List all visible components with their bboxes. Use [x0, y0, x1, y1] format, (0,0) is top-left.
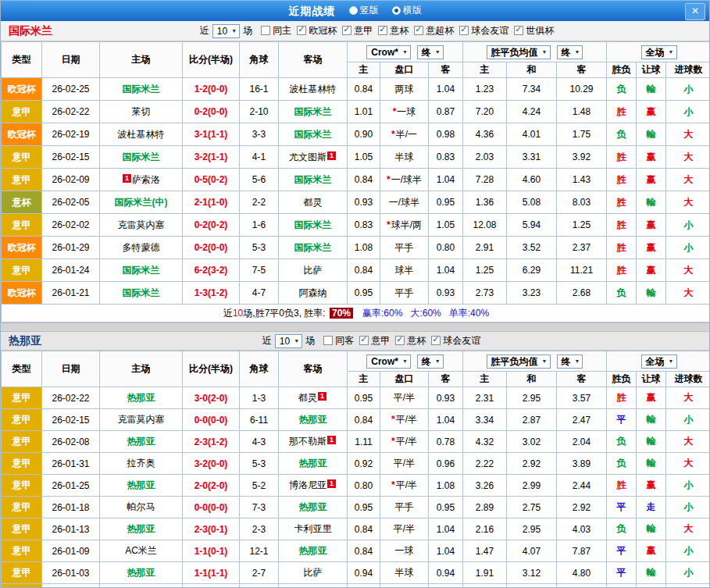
match-date: 26-01-09	[42, 540, 100, 562]
result-goals: 小	[666, 237, 710, 259]
filter-option[interactable]: 意甲	[342, 24, 373, 37]
asian-home-odds: 0.93	[348, 191, 380, 214]
team-name: 国际米兰	[294, 106, 332, 117]
match-date: 25-12-30	[42, 584, 100, 588]
euro-odds-home: 1.91	[463, 562, 507, 584]
radio-icon[interactable]	[349, 6, 358, 15]
checkbox-icon[interactable]	[459, 26, 469, 35]
match-date: 26-02-05	[42, 191, 100, 214]
odds-company-dropdown[interactable]: 终▼	[557, 45, 583, 59]
match-date: 26-02-22	[42, 101, 100, 123]
result-outcome: 负	[607, 78, 637, 101]
asian-away-odds: 0.80	[429, 237, 463, 259]
match-type: 欧冠杯	[2, 123, 42, 146]
euro-odds-home: 2.91	[463, 237, 507, 259]
filter-option[interactable]: 同客	[323, 334, 354, 347]
asian-away-odds: 1.12	[429, 584, 463, 588]
result-handicap: 輸	[637, 453, 666, 475]
result-goals: 大	[666, 282, 710, 305]
match-type: 意甲	[2, 562, 42, 584]
euro-odds-home: 2.16	[463, 519, 507, 540]
away-team: 热那亚	[279, 540, 348, 562]
checkbox-icon[interactable]	[378, 26, 387, 35]
checkbox-icon[interactable]	[431, 336, 441, 345]
asian-handicap: 两球	[380, 78, 429, 101]
away-team: 热那亚	[279, 497, 348, 519]
odds-company-dropdown[interactable]: 全场▼	[641, 45, 677, 59]
asian-handicap: *平/半	[380, 409, 429, 431]
checkbox-icon[interactable]	[261, 26, 270, 35]
team-name: 波杜基林特	[118, 129, 165, 140]
asian-home-odds: 0.94	[348, 562, 380, 584]
checkbox-icon[interactable]	[342, 26, 351, 35]
match-type: 意甲	[2, 584, 42, 588]
filter-option[interactable]: 意杯	[378, 24, 409, 37]
favorite-star: *	[391, 414, 395, 425]
corner-score: 4-1	[240, 146, 279, 169]
odds-group-header: Crow*▼终▼	[348, 42, 463, 62]
layout-vertical-radio[interactable]: 竖版	[349, 4, 379, 17]
checkbox-icon[interactable]	[514, 26, 523, 35]
filter-label: 欧冠杯	[309, 24, 337, 37]
asian-home-odds: 0.95	[348, 497, 380, 519]
team-name: AC米兰	[125, 545, 157, 556]
column-subheader: 让球	[637, 62, 666, 78]
euro-odds-draw: 3.23	[507, 282, 557, 305]
handicap-text: 球半	[395, 265, 414, 276]
near-label: 近	[262, 334, 272, 347]
filter-option[interactable]: 欧冠杯	[297, 24, 337, 37]
odds-company-dropdown[interactable]: 胜平负均值▼	[487, 45, 551, 59]
match-date: 26-02-22	[42, 387, 100, 409]
match-type: 意甲	[2, 214, 42, 237]
checkbox-icon[interactable]	[297, 26, 306, 35]
dropdown-label: Crow*	[371, 356, 398, 367]
odds-company-dropdown[interactable]: Crow*▼	[366, 355, 411, 369]
layout-horizontal-radio[interactable]: 横版	[392, 4, 422, 17]
odds-company-dropdown[interactable]: 全场▼	[641, 355, 677, 369]
filter-option[interactable]: 同主	[261, 24, 291, 37]
recent-results-window: 近期战绩 竖版 横版 ✕ 国际米兰 近 10 ▼ 场 同主欧冠杯意甲意杯意超杯球…	[0, 0, 710, 588]
odds-company-dropdown[interactable]: 终▼	[417, 355, 444, 369]
checkbox-icon[interactable]	[359, 336, 369, 345]
team-name: 国际米兰	[123, 151, 160, 162]
match-score: 2-3(1-2)	[183, 431, 240, 453]
filter-option[interactable]: 球会友谊	[431, 334, 480, 347]
radio-label-vertical: 竖版	[360, 4, 379, 17]
home-team: 国际米兰	[100, 259, 183, 282]
games-count-value: 10	[217, 26, 227, 37]
home-team: 国际米兰(中)	[100, 191, 183, 214]
asian-handicap: 一球	[380, 540, 429, 562]
filter-controls: 近 10 ▼ 场 同客意甲意杯球会友谊	[41, 334, 701, 348]
asian-away-odds: 0.94	[429, 562, 463, 584]
odds-company-dropdown[interactable]: Crow*▼	[366, 45, 411, 59]
odds-company-dropdown[interactable]: 胜平负均值▼	[487, 355, 551, 369]
filter-label: 意杯	[407, 334, 426, 347]
filter-option[interactable]: 球会友谊	[459, 24, 508, 37]
checkbox-icon[interactable]	[414, 26, 423, 35]
games-count-dropdown[interactable]: 10 ▼	[212, 24, 240, 38]
handicap-text: 平/半	[396, 436, 417, 447]
filter-list: 同客意甲意杯球会友谊	[318, 334, 480, 348]
handicap-text: 平/半	[396, 414, 417, 425]
asian-handicap: 半/一	[380, 584, 429, 588]
odds-company-dropdown[interactable]: 终▼	[557, 355, 583, 369]
euro-odds-away: 3.57	[557, 387, 607, 409]
euro-odds-draw: 4.07	[507, 540, 557, 562]
close-icon[interactable]: ✕	[685, 3, 705, 20]
team-name: 热那亚	[299, 501, 327, 512]
games-count-dropdown[interactable]: 10 ▼	[275, 334, 302, 348]
team-name: 拉齐奥	[127, 458, 155, 469]
column-subheader: 进球数	[666, 62, 710, 78]
summary-segment: 单率:40%	[449, 308, 489, 319]
checkbox-icon[interactable]	[323, 336, 333, 345]
radio-icon-selected[interactable]	[392, 6, 401, 15]
filter-option[interactable]: 意甲	[359, 334, 390, 347]
checkbox-icon[interactable]	[395, 336, 405, 345]
filter-option[interactable]: 世俱杯	[514, 24, 554, 37]
filter-option[interactable]: 意超杯	[414, 24, 454, 37]
asian-away-odds: 0.78	[429, 431, 463, 453]
euro-odds-draw: 2.95	[507, 519, 557, 540]
odds-company-dropdown[interactable]: 终▼	[417, 45, 444, 59]
match-score: 0-0(0-0)	[183, 497, 240, 519]
filter-option[interactable]: 意杯	[395, 334, 426, 347]
